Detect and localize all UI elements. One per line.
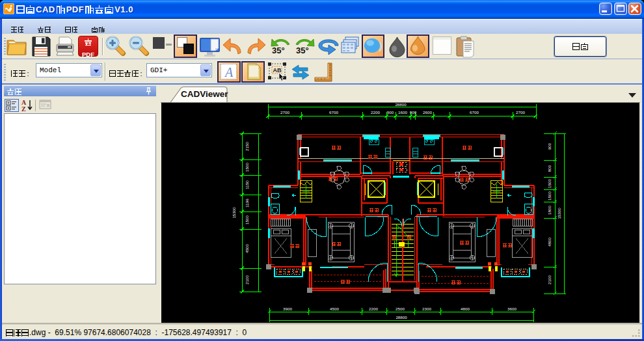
svg-text:2100: 2100	[245, 275, 249, 284]
svg-text:AB: AB	[273, 67, 282, 74]
svg-text:6700: 6700	[470, 110, 479, 115]
svg-text:1500: 1500	[547, 179, 552, 188]
svg-text:2600: 2600	[423, 110, 432, 115]
svg-text:1196: 1196	[245, 198, 249, 208]
svg-text:2200: 2200	[371, 110, 380, 115]
svg-text:1600: 1600	[398, 110, 407, 115]
svg-text:1500: 1500	[245, 215, 249, 225]
svg-text:4500: 4500	[245, 244, 249, 253]
svg-text:900: 900	[410, 110, 417, 115]
svg-text:2150: 2150	[245, 142, 249, 151]
svg-text:2100: 2100	[547, 275, 552, 284]
svg-text:1500: 1500	[245, 163, 249, 172]
svg-text:2700: 2700	[516, 110, 525, 115]
svg-text:4500: 4500	[330, 307, 339, 311]
svg-text:35°: 35°	[296, 46, 309, 55]
svg-text:15300: 15300	[232, 207, 236, 219]
svg-text:2500: 2500	[396, 307, 405, 311]
svg-text:3600: 3600	[507, 307, 517, 311]
svg-text:2200: 2200	[369, 307, 378, 311]
svg-text:3900: 3900	[283, 307, 292, 311]
svg-text:28800: 28800	[395, 103, 407, 107]
svg-text:4800: 4800	[461, 307, 470, 311]
svg-text:800: 800	[547, 165, 552, 172]
svg-text:2300: 2300	[422, 307, 431, 311]
svg-text:900: 900	[387, 110, 394, 115]
svg-text:15300: 15300	[557, 208, 561, 219]
svg-text:900: 900	[547, 143, 552, 150]
svg-text:35°: 35°	[272, 46, 285, 55]
svg-text:2700: 2700	[280, 110, 289, 115]
svg-text:1500: 1500	[547, 191, 552, 200]
svg-text:1800: 1800	[547, 206, 552, 215]
svg-text:4800: 4800	[547, 238, 552, 247]
svg-text:28800: 28800	[396, 315, 407, 320]
svg-text:6700: 6700	[329, 110, 338, 115]
svg-text:CADViewer: CADViewer	[181, 89, 228, 99]
svg-text:1150: 1150	[245, 180, 249, 189]
svg-text:Z: Z	[21, 105, 26, 112]
